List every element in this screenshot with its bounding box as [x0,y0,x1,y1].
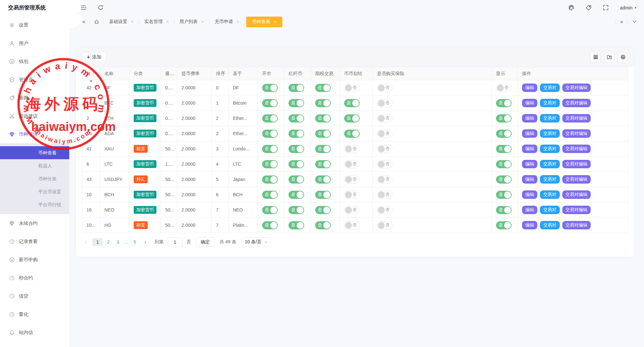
action-交易对[interactable]: 交易对 [540,145,560,153]
action-交易对编辑[interactable]: 交易对编辑 [562,190,591,199]
toggle-on[interactable]: 是 [315,160,331,168]
toggle-on[interactable]: 是 [288,84,304,92]
action-编辑[interactable]: 编辑 [522,160,537,168]
page-size-select[interactable]: 10 条/页 [242,237,271,247]
toggle-on[interactable]: 是 [315,130,331,138]
toggle-on[interactable]: 是 [315,114,331,122]
toggle-on[interactable]: 是 [315,145,331,153]
toggle-off[interactable]: 否 [377,191,393,199]
pagination-page-5[interactable]: 5 [130,239,139,245]
toggle-off[interactable]: 否 [377,84,393,92]
toggle-on[interactable]: 是 [288,175,304,184]
action-交易对[interactable]: 交易对 [540,175,560,184]
toggle-off[interactable]: 否 [377,130,393,138]
submenu-item-机器人[interactable]: 机器人 [0,159,69,172]
tab-实名管理[interactable]: 实名管理× [139,15,174,28]
add-button[interactable]: + 添加 [82,52,106,62]
sidebar-item-借贷[interactable]: 借贷 [0,287,69,305]
toggle-on[interactable]: 是 [315,175,331,184]
action-编辑[interactable]: 编辑 [522,221,537,229]
toggle-on[interactable]: 是 [496,191,512,199]
toggle-on[interactable]: 是 [262,145,278,153]
sidebar-item-记录查看[interactable]: 记录查看 [0,232,69,251]
sidebar-item-用户[interactable]: 用户 [0,34,69,52]
tabs-menu-button[interactable] [628,19,641,24]
toggle-on[interactable]: 是 [288,145,304,153]
goto-confirm-button[interactable]: 确定 [196,237,214,247]
toggle-on[interactable]: 是 [496,206,512,214]
toggle-on[interactable]: 是 [496,99,512,107]
toggle-on[interactable]: 是 [262,160,278,168]
toggle-on[interactable]: 是 [262,221,278,229]
toggle-on[interactable]: 是 [496,175,512,184]
close-icon[interactable]: × [131,19,133,24]
action-交易对编辑[interactable]: 交易对编辑 [562,84,591,92]
action-编辑[interactable]: 编辑 [522,99,537,107]
tabs-scroll-right-button[interactable]: » [616,19,627,25]
action-编辑[interactable]: 编辑 [522,190,537,199]
action-交易对[interactable]: 交易对 [540,221,560,229]
toggle-on[interactable]: 是 [288,221,304,229]
fullscreen-icon[interactable] [603,5,609,11]
sidebar-item-新闻[interactable]: 新闻 [0,89,69,107]
action-编辑[interactable]: 编辑 [522,114,537,122]
pagination-next[interactable]: › [141,239,149,246]
toggle-on[interactable]: 是 [262,206,278,214]
action-交易对[interactable]: 交易对 [540,129,560,138]
close-icon[interactable]: × [236,19,239,24]
print-button[interactable] [618,52,628,62]
action-交易对[interactable]: 交易对 [540,84,560,92]
toggle-on[interactable]: 是 [262,130,278,138]
action-交易对编辑[interactable]: 交易对编辑 [562,206,591,214]
sidebar-item-永续合约[interactable]: 永续合约 [0,214,69,232]
toggle-off[interactable]: 否 [344,191,360,199]
action-交易对编辑[interactable]: 交易对编辑 [562,221,591,229]
toggle-off[interactable]: 否 [344,145,360,153]
toggle-on[interactable]: 是 [262,191,278,199]
export-button[interactable] [604,52,614,62]
toggle-off[interactable]: 否 [344,84,360,92]
toggle-on[interactable]: 是 [262,175,278,184]
submenu-item-平台币行情[interactable]: 平台币行情 [0,198,69,211]
toggle-off[interactable]: 否 [344,221,360,229]
user-menu[interactable]: admin ▾ [620,5,636,10]
toggle-on[interactable]: 是 [288,191,304,199]
action-交易对编辑[interactable]: 交易对编辑 [562,175,591,184]
home-tab-icon[interactable] [90,19,103,24]
tab-币种查看[interactable]: 币种查看× [246,17,282,27]
toggle-on[interactable]: 是 [315,191,331,199]
sidebar-item-量化[interactable]: 量化 [0,305,69,323]
sidebar-item-钱包[interactable]: $钱包 [0,52,69,71]
toggle-off[interactable]: 否 [377,114,393,122]
sort-icon[interactable]: ▲▼ [92,72,94,75]
toggle-on[interactable]: 是 [262,114,278,122]
toggle-on[interactable]: 是 [496,221,512,229]
action-编辑[interactable]: 编辑 [522,175,537,184]
close-icon[interactable]: × [166,19,169,24]
toggle-on[interactable]: 是 [315,99,331,107]
tab-用户列表[interactable]: 用户列表× [174,15,209,28]
action-交易对编辑[interactable]: 交易对编辑 [562,145,591,153]
toggle-on[interactable]: 是 [315,221,331,229]
toggle-on[interactable]: 是 [262,84,278,92]
toggle-off[interactable]: 否 [377,175,393,184]
pagination-page-3[interactable]: 3 [114,239,122,245]
toggle-on[interactable]: 是 [496,160,512,168]
goto-page-input[interactable] [168,237,182,247]
toggle-on[interactable]: 是 [496,114,512,122]
toggle-off[interactable]: 否 [344,206,360,214]
theme-palette-icon[interactable] [568,5,574,11]
close-icon[interactable]: × [274,19,276,24]
toggle-off[interactable]: 否 [377,221,393,229]
sidebar-item-秒合约[interactable]: 秒合约 [0,269,69,287]
refresh-icon[interactable] [98,5,104,11]
action-编辑[interactable]: 编辑 [522,84,537,92]
action-交易对编辑[interactable]: 交易对编辑 [562,129,591,138]
action-编辑[interactable]: 编辑 [522,206,537,214]
toggle-off[interactable]: 否 [377,206,393,214]
toggle-on[interactable]: 是 [288,160,304,168]
submenu-item-币种查看[interactable]: 币种查看 [0,146,69,159]
action-交易对[interactable]: 交易对 [540,190,560,199]
close-icon[interactable]: × [201,19,204,24]
toggle-on[interactable]: 是 [288,99,304,107]
